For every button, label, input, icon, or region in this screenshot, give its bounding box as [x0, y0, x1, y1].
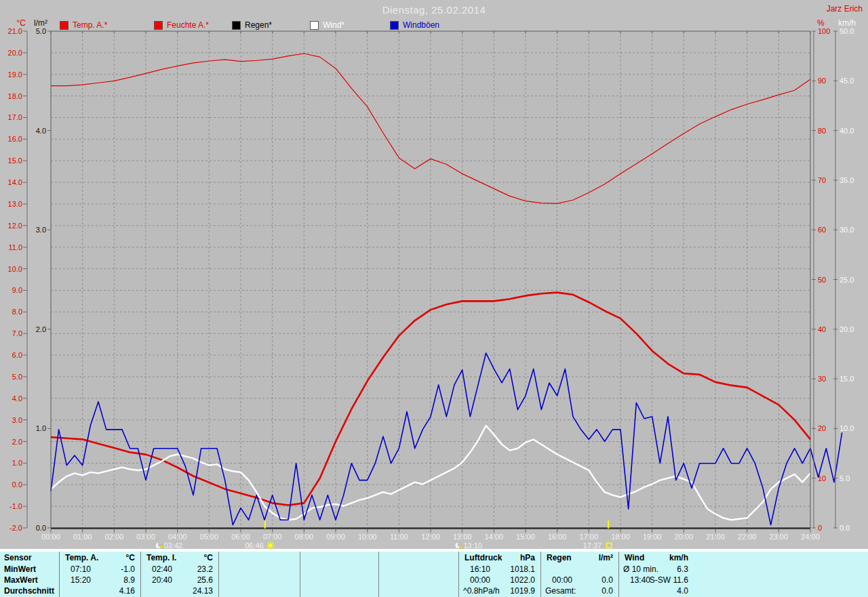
- temp-axis-label: 7.0: [12, 329, 22, 337]
- x-axis-label: 18:00: [611, 533, 630, 541]
- temp-axis-label: 2.0: [12, 438, 22, 446]
- x-axis-label: 09:00: [326, 533, 345, 541]
- legend-label: Windböen: [403, 20, 439, 30]
- humidity-axis-label: 90: [818, 77, 826, 85]
- legend-item-wind[interactable]: Wind*: [310, 20, 344, 30]
- humidity-axis-label: 20: [818, 424, 826, 432]
- x-axis-label: 22:00: [738, 533, 757, 541]
- x-axis-label: 23:00: [770, 533, 789, 541]
- table-row-label: MinWert: [4, 564, 36, 574]
- summary-table: SensorMinWertMaxWertDurchschnittTemp. A.…: [0, 549, 868, 597]
- temp-axis-label: 0.0: [12, 480, 22, 489]
- weather-chart-window: -2.0-1.00.01.02.03.04.05.06.07.08.09.010…: [0, 0, 868, 597]
- x-axis-label: 19:00: [643, 533, 662, 541]
- table-value: S-SW 11.6: [619, 575, 688, 585]
- temp-axis-label: 21.0: [8, 27, 22, 35]
- wind-axis-label: 20.0: [840, 325, 854, 333]
- temp-axis-label: 19.0: [8, 70, 22, 79]
- table-divider: [378, 552, 379, 597]
- table-column-unit: °C: [141, 553, 213, 562]
- x-axis-label: 05:00: [200, 533, 219, 541]
- x-axis-label: 00:00: [41, 533, 60, 541]
- sunset-icon: [607, 543, 612, 548]
- sunrise-time-label: 06:46: [245, 541, 264, 549]
- legend-label: Temp. A.*: [73, 20, 107, 30]
- table-divider: [218, 552, 219, 597]
- legend-item-gusts[interactable]: Windböen: [390, 20, 439, 30]
- sunrise-icon: [269, 543, 273, 548]
- legend-item-temp[interactable]: Temp. A.*: [60, 20, 107, 30]
- wind-axis-label: 10.0: [840, 424, 854, 432]
- sunrise-icon: [273, 543, 273, 543]
- humidity-axis-label: 60: [818, 226, 826, 234]
- temp-axis-label: 6.0: [12, 351, 22, 359]
- humidity-axis-label: 30: [818, 375, 826, 383]
- table-value: 0.0: [541, 575, 613, 585]
- table-value: 1022.0: [459, 575, 535, 585]
- temp-axis-label: 8.0: [12, 308, 22, 316]
- temp-axis-label: 10.0: [8, 265, 22, 273]
- temp-axis-label: 12.0: [8, 222, 22, 230]
- temp-axis-label: 5.0: [12, 373, 22, 381]
- x-axis-label: 24:00: [801, 533, 820, 541]
- table-value: 23.2: [141, 564, 213, 574]
- temp-axis-label: 9.0: [12, 286, 22, 294]
- axis-unit-rain: l/m²: [27, 18, 47, 28]
- legend-label: Feuchte A.*: [167, 20, 209, 30]
- axis-unit-humidity: %: [817, 18, 833, 28]
- axis-unit-temp: °C: [5, 18, 26, 28]
- rain-axis-label: 4.0: [36, 127, 46, 135]
- table-column-unit: l/m²: [541, 553, 613, 562]
- wind-axis-label: 45.0: [840, 77, 854, 85]
- temp-axis-label: 17.0: [8, 113, 22, 121]
- temp-axis-label: -1.0: [9, 502, 22, 510]
- x-axis-label: 01:00: [73, 533, 92, 541]
- table-row-label: Durchschnitt: [4, 586, 54, 596]
- humidity-axis-label: 80: [818, 127, 826, 135]
- table-column-unit: km/h: [619, 553, 688, 562]
- table-value: 25.6: [141, 575, 213, 585]
- table-value: 4.16: [60, 586, 135, 596]
- wind-axis-label: 15.0: [840, 375, 854, 383]
- rain-axis-label: 5.0: [36, 27, 46, 35]
- rain-axis-label: 2.0: [36, 325, 46, 333]
- x-axis-label: 07:00: [263, 533, 282, 541]
- wind-axis-label: 25.0: [840, 276, 854, 284]
- x-axis-label: 08:00: [295, 533, 314, 541]
- x-axis-label: 14:00: [485, 533, 504, 541]
- x-axis-label: 16:00: [548, 533, 567, 541]
- humidity-axis-label: 0: [818, 524, 822, 532]
- moon-set-time-label: 03:42: [164, 541, 183, 549]
- rain-axis-label: 0.0: [36, 524, 46, 532]
- temp-axis-label: 18.0: [8, 92, 22, 100]
- table-row-label: MaxWert: [4, 575, 38, 585]
- wind-axis-label: 50.0: [840, 27, 854, 35]
- temp-axis-label: 15.0: [8, 157, 22, 165]
- table-value: 1018.1: [459, 564, 535, 574]
- humidity-axis-label: 10: [818, 474, 826, 482]
- x-axis-label: 17:00: [580, 533, 599, 541]
- wind-axis-label: 35.0: [840, 176, 854, 184]
- temp-axis-label: 11.0: [8, 243, 22, 251]
- rain-axis-label: 3.0: [36, 226, 46, 234]
- x-axis-label: 02:00: [105, 533, 124, 541]
- temp-axis-label: 3.0: [12, 416, 22, 424]
- table-column-unit: hPa: [459, 553, 535, 562]
- temp-axis-label: 20.0: [8, 49, 22, 57]
- table-value: 6.3: [619, 564, 688, 574]
- table-row-label: Sensor: [4, 553, 32, 562]
- wind-axis-label: 5.0: [840, 474, 850, 482]
- author-label: Jarz Erich: [827, 4, 863, 14]
- x-axis-label: 15:00: [516, 533, 535, 541]
- legend-item-humidity[interactable]: Feuchte A.*: [154, 20, 209, 30]
- temp-axis-label: 14.0: [8, 178, 22, 186]
- temp-axis-label: 13.0: [8, 200, 22, 208]
- temp-swatch-icon: [60, 21, 68, 30]
- chart-plot: -2.0-1.00.01.02.03.04.05.06.07.08.09.010…: [0, 0, 868, 549]
- wind-axis-label: 30.0: [840, 226, 854, 234]
- temp-axis-label: 4.0: [12, 394, 22, 403]
- table-value: 0.0: [541, 586, 613, 596]
- legend-item-rain[interactable]: Regen*: [232, 20, 272, 30]
- sunrise-icon: [268, 543, 269, 543]
- humidity-axis-label: 100: [818, 27, 830, 35]
